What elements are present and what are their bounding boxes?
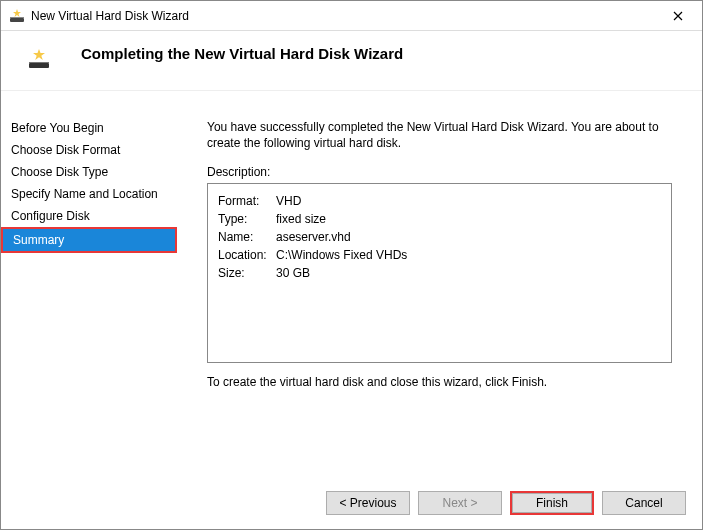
page-title: Completing the New Virtual Hard Disk Wiz… [81, 45, 403, 62]
svg-rect-0 [10, 18, 24, 22]
cancel-button[interactable]: Cancel [602, 491, 686, 515]
wizard-header-icon [27, 47, 51, 74]
summary-value: VHD [276, 192, 301, 210]
wizard-icon [9, 8, 25, 24]
wizard-button-row: < Previous Next > Finish Cancel [326, 491, 686, 515]
summary-value: 30 GB [276, 264, 310, 282]
instruction-text: To create the virtual hard disk and clos… [207, 375, 672, 389]
window-title: New Virtual Hard Disk Wizard [31, 9, 656, 23]
finish-button[interactable]: Finish [512, 493, 592, 513]
summary-key: Type: [218, 210, 276, 228]
step-choose-disk-format[interactable]: Choose Disk Format [1, 139, 177, 161]
previous-button[interactable]: < Previous [326, 491, 410, 515]
intro-text: You have successfully completed the New … [207, 119, 672, 151]
summary-key: Size: [218, 264, 276, 282]
summary-value: C:\Windows Fixed VHDs [276, 246, 407, 264]
description-box: Format: VHD Type: fixed size Name: asese… [207, 183, 672, 363]
description-label: Description: [207, 165, 672, 179]
step-summary[interactable]: Summary [3, 229, 175, 251]
summary-row: Size: 30 GB [218, 264, 661, 282]
summary-row: Name: aseserver.vhd [218, 228, 661, 246]
summary-value: aseserver.vhd [276, 228, 351, 246]
wizard-steps-sidebar: Before You Begin Choose Disk Format Choo… [1, 91, 177, 449]
titlebar: New Virtual Hard Disk Wizard [1, 1, 702, 31]
summary-key: Name: [218, 228, 276, 246]
step-specify-name-location[interactable]: Specify Name and Location [1, 183, 177, 205]
summary-value: fixed size [276, 210, 326, 228]
svg-rect-1 [10, 17, 24, 18]
summary-key: Format: [218, 192, 276, 210]
wizard-content: You have successfully completed the New … [177, 91, 702, 449]
summary-row: Location: C:\Windows Fixed VHDs [218, 246, 661, 264]
svg-rect-3 [29, 62, 49, 63]
next-button: Next > [418, 491, 502, 515]
wizard-header: Completing the New Virtual Hard Disk Wiz… [1, 31, 702, 91]
summary-row: Format: VHD [218, 192, 661, 210]
step-configure-disk[interactable]: Configure Disk [1, 205, 177, 227]
step-choose-disk-type[interactable]: Choose Disk Type [1, 161, 177, 183]
svg-rect-2 [29, 63, 49, 68]
step-before-you-begin[interactable]: Before You Begin [1, 117, 177, 139]
close-button[interactable] [656, 2, 700, 30]
summary-row: Type: fixed size [218, 210, 661, 228]
summary-key: Location: [218, 246, 276, 264]
